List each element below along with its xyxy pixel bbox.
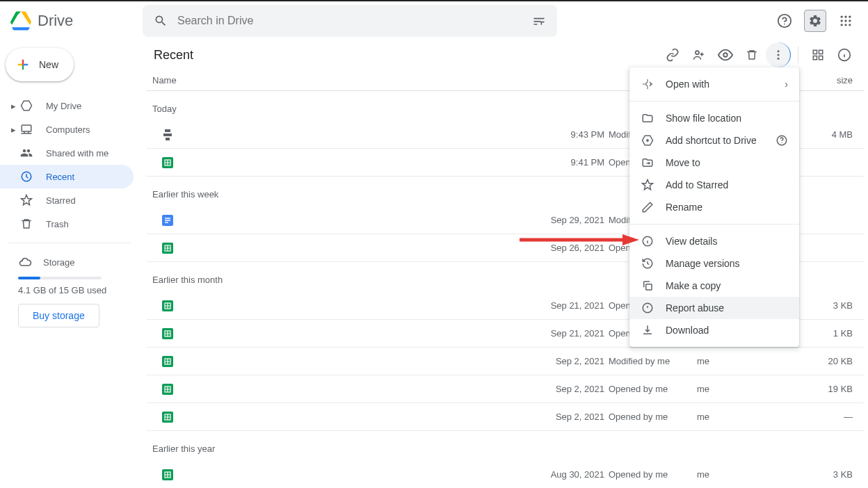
storage-used-text: 4.1 GB of 15 GB used bbox=[18, 285, 139, 295]
col-name[interactable]: Name bbox=[152, 75, 542, 86]
svg-point-15 bbox=[777, 50, 779, 52]
star-icon bbox=[641, 179, 654, 191]
menu-view-details[interactable]: View details bbox=[629, 230, 799, 252]
file-row[interactable]: Aug 30, 2021Opened by meme3 KB bbox=[147, 461, 864, 488]
file-size: 1 KB bbox=[825, 328, 853, 339]
storage-bar bbox=[18, 277, 102, 279]
docs-icon bbox=[161, 215, 175, 226]
more-actions-icon[interactable] bbox=[766, 42, 791, 67]
svg-rect-19 bbox=[819, 50, 823, 54]
chevron-right-icon: › bbox=[785, 79, 788, 90]
pencil-icon bbox=[641, 201, 654, 213]
sidebar-item-my-drive[interactable]: ▸ My Drive bbox=[0, 94, 134, 117]
file-row[interactable]: Sep 2, 2021Modified by meme20 KB bbox=[147, 348, 864, 375]
menu-add-starred[interactable]: Add to Starred bbox=[629, 174, 799, 196]
file-row[interactable]: Sep 2, 2021Opened by meme— bbox=[147, 403, 864, 431]
my-drive-icon bbox=[18, 99, 35, 112]
file-row[interactable]: Sep 2, 2021Opened by meme19 KB bbox=[147, 375, 864, 403]
grid-view-icon[interactable] bbox=[805, 42, 830, 67]
svg-point-7 bbox=[849, 19, 851, 22]
file-date: Sep 2, 2021 bbox=[542, 384, 604, 394]
help-icon[interactable] bbox=[771, 7, 798, 35]
file-action: Opened by me bbox=[604, 384, 670, 394]
menu-make-copy[interactable]: Make a copy bbox=[629, 275, 799, 297]
buy-storage-button[interactable]: Buy storage bbox=[18, 304, 99, 327]
file-date: Sep 26, 2021 bbox=[542, 243, 604, 253]
settings-icon[interactable] bbox=[804, 10, 826, 32]
shortcut-icon bbox=[641, 134, 654, 147]
toolbar: Recent bbox=[143, 40, 868, 70]
file-action: Modified by me bbox=[604, 356, 670, 366]
sidebar-item-starred[interactable]: Starred bbox=[0, 188, 134, 212]
file-date: 9:41 PM bbox=[542, 157, 604, 168]
file-size: 19 KB bbox=[825, 384, 853, 394]
copy-icon bbox=[641, 279, 654, 292]
menu-open-with[interactable]: Open with › bbox=[629, 73, 799, 95]
info-icon[interactable] bbox=[832, 42, 857, 67]
search-bar[interactable] bbox=[143, 5, 557, 37]
sidebar-item-computers[interactable]: ▸ Computers bbox=[0, 117, 134, 141]
svg-point-44 bbox=[781, 143, 782, 143]
file-owner: me bbox=[670, 469, 825, 480]
cloud-icon bbox=[18, 255, 32, 269]
search-options-icon[interactable] bbox=[532, 14, 546, 28]
svg-point-5 bbox=[841, 19, 843, 22]
search-icon[interactable] bbox=[154, 14, 168, 28]
new-button[interactable]: New bbox=[6, 48, 74, 81]
menu-manage-versions[interactable]: Manage versions bbox=[629, 252, 799, 275]
apps-grid-icon[interactable] bbox=[832, 7, 860, 35]
svg-rect-23 bbox=[165, 129, 170, 132]
sheets-icon bbox=[161, 384, 175, 395]
file-size: 3 KB bbox=[825, 300, 853, 311]
app-name: Drive bbox=[38, 12, 73, 30]
file-date: Aug 30, 2021 bbox=[542, 469, 604, 480]
svg-point-8 bbox=[841, 24, 843, 26]
header: Drive bbox=[0, 1, 868, 40]
search-input[interactable] bbox=[177, 15, 456, 27]
share-icon[interactable] bbox=[686, 42, 712, 67]
sidebar-item-recent[interactable]: Recent bbox=[0, 165, 134, 188]
svg-point-16 bbox=[777, 54, 779, 56]
menu-download[interactable]: Download bbox=[629, 319, 799, 341]
sidebar-item-storage[interactable]: Storage bbox=[18, 250, 139, 274]
file-date: Sep 21, 2021 bbox=[542, 328, 604, 339]
file-size: 4 MB bbox=[825, 129, 853, 140]
sheets-icon bbox=[161, 157, 175, 168]
menu-show-location[interactable]: Show file location bbox=[629, 107, 799, 129]
sidebar-label: Starred bbox=[46, 195, 76, 206]
sidebar-label: Shared with me bbox=[46, 148, 108, 158]
sidebar-item-trash[interactable]: Trash bbox=[0, 212, 134, 236]
sidebar-item-shared[interactable]: Shared with me bbox=[0, 141, 134, 165]
file-date: Sep 2, 2021 bbox=[542, 356, 604, 366]
svg-rect-25 bbox=[166, 138, 170, 140]
svg-point-13 bbox=[696, 51, 699, 54]
sidebar-label: Computers bbox=[46, 124, 90, 135]
menu-move-to[interactable]: Move to bbox=[629, 152, 799, 174]
svg-point-17 bbox=[777, 58, 779, 60]
svg-point-6 bbox=[844, 19, 846, 22]
sheets-icon bbox=[161, 412, 175, 423]
file-date: Sep 29, 2021 bbox=[542, 215, 604, 225]
logo-area[interactable]: Drive bbox=[8, 8, 143, 33]
svg-rect-46 bbox=[646, 284, 652, 290]
svg-point-9 bbox=[844, 24, 846, 26]
file-owner: me bbox=[670, 412, 825, 422]
menu-rename[interactable]: Rename bbox=[629, 196, 799, 218]
storage-label: Storage bbox=[43, 257, 75, 268]
svg-point-2 bbox=[841, 15, 843, 17]
svg-rect-11 bbox=[22, 125, 31, 131]
report-icon bbox=[641, 302, 654, 314]
history-icon bbox=[641, 257, 654, 270]
move-icon bbox=[641, 156, 654, 169]
delete-icon[interactable] bbox=[739, 42, 764, 67]
forms-icon bbox=[161, 129, 175, 140]
menu-add-shortcut[interactable]: Add shortcut to Drive bbox=[629, 129, 799, 152]
file-date: 9:43 PM bbox=[542, 129, 604, 140]
menu-report-abuse[interactable]: Report abuse bbox=[629, 297, 799, 319]
sidebar-label: Recent bbox=[46, 172, 74, 182]
shared-icon bbox=[18, 147, 35, 159]
get-link-icon[interactable] bbox=[660, 42, 685, 67]
preview-icon[interactable] bbox=[713, 42, 738, 67]
help-icon[interactable] bbox=[775, 134, 788, 147]
recent-icon bbox=[18, 170, 35, 183]
